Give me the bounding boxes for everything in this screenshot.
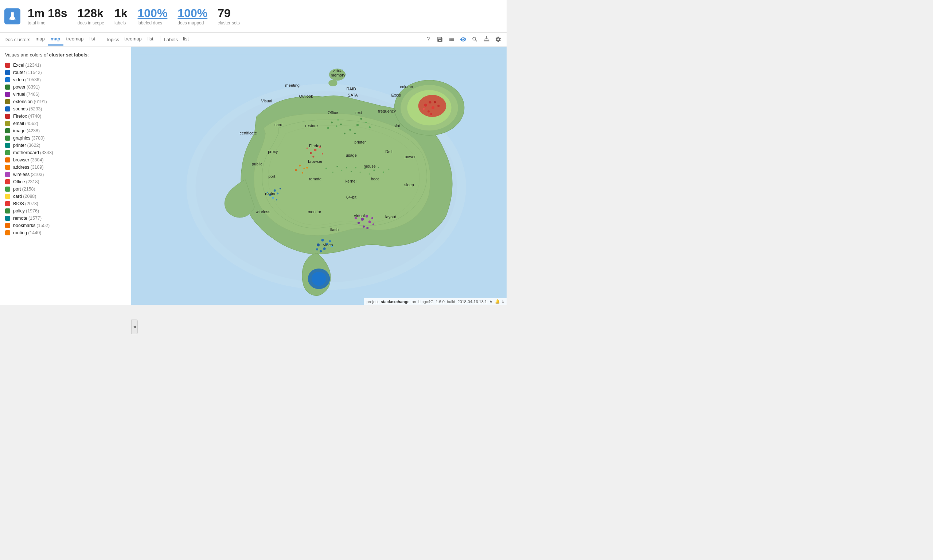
star-icon[interactable]: ★	[489, 299, 493, 304]
legend-item-count: (3304)	[30, 157, 43, 163]
bell-icon[interactable]: 🔔	[495, 299, 500, 304]
tab-list-labels[interactable]: list	[180, 33, 192, 46]
legend-item-name: Firefox	[13, 114, 27, 119]
legend-item[interactable]: routing (1440)	[5, 230, 127, 235]
svg-point-32	[331, 122, 333, 123]
map-area[interactable]: virtual memory meeting Outlook RAID SATA…	[131, 47, 507, 305]
svg-point-24	[424, 104, 427, 107]
legend-item-count: (4562)	[25, 121, 38, 126]
legend-color-swatch	[5, 194, 10, 199]
legend-item[interactable]: browser (3304)	[5, 157, 127, 163]
legend-item[interactable]: printer (3622)	[5, 143, 127, 148]
svg-point-37	[365, 122, 366, 123]
settings-icon[interactable]	[494, 35, 502, 43]
legend-item[interactable]: power (8391)	[5, 85, 127, 90]
legend-color-swatch	[5, 128, 10, 133]
search-toolbar-icon[interactable]	[471, 35, 479, 43]
legend-item[interactable]: card (2088)	[5, 194, 127, 199]
svg-point-21	[322, 153, 323, 154]
help-icon[interactable]: ?	[424, 35, 432, 43]
stat-label: total time	[28, 20, 46, 26]
app-version: 1.6.0	[436, 300, 444, 304]
legend-item[interactable]: Office (2318)	[5, 179, 127, 185]
list-view-icon[interactable]	[448, 35, 456, 43]
legend-item[interactable]: video (10536)	[5, 77, 127, 82]
project-name: stackexchange	[381, 300, 410, 304]
separator-2	[160, 36, 160, 43]
legend-item-count: (3343)	[40, 150, 53, 155]
legend-item-name: wireless	[13, 172, 29, 177]
legend-item[interactable]: sounds (5233)	[5, 106, 127, 111]
svg-point-61	[316, 248, 318, 250]
svg-point-58	[329, 240, 331, 242]
legend-item[interactable]: Firefox (4740)	[5, 114, 127, 119]
legend-color-swatch	[5, 208, 10, 214]
legend-item[interactable]: motherboard (3343)	[5, 150, 127, 155]
tab-list-topics[interactable]: list	[145, 33, 156, 46]
legend-color-swatch	[5, 135, 10, 141]
legend-color-swatch	[5, 150, 10, 155]
legend-color-swatch	[5, 85, 10, 90]
legend-item[interactable]: graphics (3780)	[5, 135, 127, 141]
tab-treemap-topics[interactable]: treemap	[122, 33, 145, 46]
tab-treemap-doc[interactable]: treemap	[63, 33, 87, 46]
label-printer: printer	[354, 140, 366, 144]
svg-point-80	[388, 169, 389, 170]
legend-item-count: (2078)	[25, 201, 38, 206]
legend-color-swatch	[5, 179, 10, 185]
legend-item[interactable]: router (11542)	[5, 70, 127, 75]
label-certificate: certificate	[239, 131, 257, 135]
map-visualization[interactable]: virtual memory meeting Outlook RAID SATA…	[131, 47, 507, 305]
stat-value: 128k	[78, 7, 103, 20]
svg-point-31	[430, 113, 432, 115]
legend-color-swatch	[5, 63, 10, 68]
stat-item: 128kdocs in scope	[78, 7, 104, 26]
stat-item: 1klabels	[114, 7, 128, 26]
tab-list-doc[interactable]: list	[86, 33, 98, 46]
legend-item[interactable]: address (3109)	[5, 165, 127, 170]
label-port: port	[268, 174, 275, 178]
tab-map[interactable]: map	[33, 33, 48, 46]
legend-item[interactable]: email (4562)	[5, 121, 127, 126]
main-content: Values and colors of cluster set labels:…	[0, 47, 507, 305]
legend-item[interactable]: policy (1976)	[5, 208, 127, 214]
svg-point-46	[357, 222, 360, 224]
legend-item-name: image	[13, 128, 26, 133]
legend-list: Excel (12341)router (11542)video (10536)…	[5, 63, 127, 235]
legend-item-name: browser	[13, 157, 29, 163]
legend-color-swatch	[5, 99, 10, 104]
status-bar: project stackexchange on Lingo4G 1.6.0 b…	[364, 298, 507, 305]
legend-item[interactable]: wireless (3103)	[5, 172, 127, 177]
label-kernel: kernel	[345, 179, 356, 183]
separator-1	[102, 36, 102, 43]
legend-item[interactable]: image (4238)	[5, 128, 127, 133]
label-meeting: meeting	[285, 83, 300, 88]
eye-icon[interactable]	[459, 35, 467, 43]
sidebar[interactable]: Values and colors of cluster set labels:…	[0, 47, 131, 305]
topics-label: Topics	[106, 37, 119, 42]
legend-item[interactable]: extension (6191)	[5, 99, 127, 104]
svg-point-54	[322, 239, 324, 242]
legend-item[interactable]: BIOS (2078)	[5, 201, 127, 206]
svg-point-22	[313, 155, 314, 157]
legend-item-name: routing	[13, 230, 27, 235]
svg-point-23	[306, 148, 308, 149]
tab-map-active[interactable]: map	[48, 33, 63, 46]
legend-item[interactable]: remote (1577)	[5, 216, 127, 221]
legend-item[interactable]: Excel (12341)	[5, 63, 127, 68]
legend-item[interactable]: virtual (7466)	[5, 92, 127, 97]
hand-icon[interactable]	[482, 35, 491, 43]
label-router: router	[265, 191, 276, 195]
legend-item-name: Office	[13, 179, 25, 185]
label-raid: RAID	[346, 87, 356, 91]
save-icon[interactable]	[436, 35, 444, 43]
info-icon[interactable]: ℹ	[502, 299, 503, 304]
legend-item[interactable]: bookmarks (1552)	[5, 223, 127, 228]
legend-item[interactable]: port (2158)	[5, 186, 127, 192]
legend-color-swatch	[5, 230, 10, 235]
legend-item-count: (1577)	[28, 216, 42, 221]
svg-point-43	[354, 132, 356, 134]
label-slot: slot	[394, 123, 400, 128]
label-usage: usage	[346, 153, 357, 157]
legend-item-name: motherboard	[13, 150, 39, 155]
